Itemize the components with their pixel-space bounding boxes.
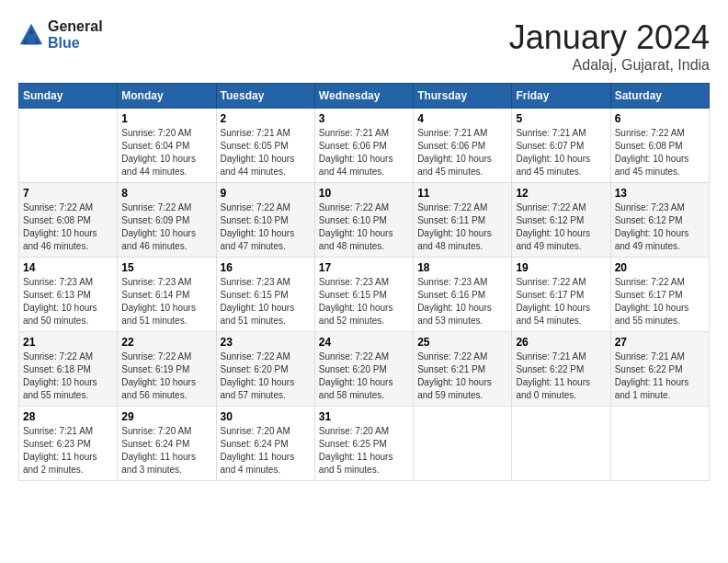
week-row-1: 1Sunrise: 7:20 AMSunset: 6:04 PMDaylight… [19, 109, 710, 183]
calendar-cell: 26Sunrise: 7:21 AMSunset: 6:22 PMDayligh… [512, 332, 610, 407]
title-block: January 2024 Adalaj, Gujarat, India [509, 18, 710, 74]
day-info: Sunrise: 7:20 AMSunset: 6:24 PMDaylight:… [221, 425, 311, 477]
day-info: Sunrise: 7:21 AMSunset: 6:05 PMDaylight:… [221, 127, 311, 178]
day-number: 25 [417, 336, 507, 349]
calendar-cell: 20Sunrise: 7:22 AMSunset: 6:17 PMDayligh… [610, 258, 709, 332]
day-info: Sunrise: 7:20 AMSunset: 6:24 PMDaylight:… [121, 425, 211, 477]
weekday-header-monday: Monday [118, 84, 216, 109]
day-number: 23 [221, 336, 311, 349]
day-number: 13 [615, 187, 705, 200]
calendar-cell: 1Sunrise: 7:20 AMSunset: 6:04 PMDaylight… [118, 109, 216, 183]
weekday-header-tuesday: Tuesday [216, 84, 314, 109]
calendar-cell: 12Sunrise: 7:22 AMSunset: 6:12 PMDayligh… [512, 183, 610, 258]
calendar-header: SundayMondayTuesdayWednesdayThursdayFrid… [19, 84, 710, 109]
day-info: Sunrise: 7:23 AMSunset: 6:16 PMDaylight:… [417, 276, 507, 327]
calendar-cell: 16Sunrise: 7:23 AMSunset: 6:15 PMDayligh… [216, 258, 314, 332]
calendar-cell: 13Sunrise: 7:23 AMSunset: 6:12 PMDayligh… [610, 183, 709, 258]
day-number: 27 [615, 336, 705, 349]
calendar-cell: 7Sunrise: 7:22 AMSunset: 6:08 PMDaylight… [19, 183, 118, 258]
day-number: 7 [23, 187, 113, 200]
calendar-cell [414, 407, 512, 481]
day-info: Sunrise: 7:21 AMSunset: 6:06 PMDaylight:… [417, 127, 507, 178]
day-info: Sunrise: 7:22 AMSunset: 6:17 PMDaylight:… [615, 276, 705, 327]
page-header: General Blue January 2024 Adalaj, Gujara… [18, 18, 710, 74]
day-info: Sunrise: 7:22 AMSunset: 6:21 PMDaylight:… [417, 350, 507, 402]
day-number: 6 [615, 112, 705, 125]
calendar-cell: 28Sunrise: 7:21 AMSunset: 6:23 PMDayligh… [19, 407, 118, 481]
day-info: Sunrise: 7:20 AMSunset: 6:04 PMDaylight:… [121, 127, 211, 178]
day-info: Sunrise: 7:22 AMSunset: 6:20 PMDaylight:… [319, 350, 409, 402]
calendar-cell: 21Sunrise: 7:22 AMSunset: 6:18 PMDayligh… [19, 332, 118, 407]
month-title: January 2024 [509, 18, 710, 57]
day-number: 26 [516, 336, 606, 349]
day-number: 8 [121, 187, 211, 200]
week-row-3: 14Sunrise: 7:23 AMSunset: 6:13 PMDayligh… [19, 258, 710, 332]
day-info: Sunrise: 7:22 AMSunset: 6:12 PMDaylight:… [516, 201, 606, 253]
week-row-2: 7Sunrise: 7:22 AMSunset: 6:08 PMDaylight… [19, 183, 710, 258]
day-number: 18 [417, 261, 507, 274]
weekday-header-wednesday: Wednesday [314, 84, 413, 109]
calendar-cell: 11Sunrise: 7:22 AMSunset: 6:11 PMDayligh… [414, 183, 512, 258]
day-info: Sunrise: 7:21 AMSunset: 6:22 PMDaylight:… [516, 350, 606, 402]
day-number: 19 [516, 261, 606, 274]
day-info: Sunrise: 7:21 AMSunset: 6:23 PMDaylight:… [23, 425, 113, 477]
calendar-cell [610, 407, 709, 481]
day-info: Sunrise: 7:23 AMSunset: 6:12 PMDaylight:… [615, 201, 705, 253]
calendar-cell: 19Sunrise: 7:22 AMSunset: 6:17 PMDayligh… [512, 258, 610, 332]
calendar-cell: 5Sunrise: 7:21 AMSunset: 6:07 PMDaylight… [512, 109, 610, 183]
day-number: 17 [319, 261, 409, 274]
calendar-cell: 4Sunrise: 7:21 AMSunset: 6:06 PMDaylight… [414, 109, 512, 183]
location: Adalaj, Gujarat, India [509, 57, 710, 74]
day-number: 16 [221, 261, 311, 274]
day-number: 4 [417, 112, 507, 125]
svg-rect-2 [27, 34, 35, 44]
calendar-cell: 25Sunrise: 7:22 AMSunset: 6:21 PMDayligh… [414, 332, 512, 407]
calendar-cell: 18Sunrise: 7:23 AMSunset: 6:16 PMDayligh… [414, 258, 512, 332]
day-info: Sunrise: 7:20 AMSunset: 6:25 PMDaylight:… [319, 425, 409, 477]
day-number: 22 [121, 336, 211, 349]
calendar-cell: 27Sunrise: 7:21 AMSunset: 6:22 PMDayligh… [610, 332, 709, 407]
calendar-cell: 10Sunrise: 7:22 AMSunset: 6:10 PMDayligh… [314, 183, 413, 258]
day-info: Sunrise: 7:23 AMSunset: 6:14 PMDaylight:… [121, 276, 211, 327]
logo-icon [18, 22, 44, 48]
day-info: Sunrise: 7:22 AMSunset: 6:20 PMDaylight:… [221, 350, 311, 402]
day-info: Sunrise: 7:22 AMSunset: 6:09 PMDaylight:… [121, 201, 211, 253]
calendar-cell: 23Sunrise: 7:22 AMSunset: 6:20 PMDayligh… [216, 332, 314, 407]
day-number: 9 [221, 187, 311, 200]
day-info: Sunrise: 7:21 AMSunset: 6:22 PMDaylight:… [615, 350, 705, 402]
weekday-header-thursday: Thursday [414, 84, 512, 109]
day-number: 5 [516, 112, 606, 125]
day-number: 3 [319, 112, 409, 125]
logo-text: General Blue [48, 18, 103, 52]
calendar-body: 1Sunrise: 7:20 AMSunset: 6:04 PMDaylight… [19, 109, 710, 481]
calendar-cell: 31Sunrise: 7:20 AMSunset: 6:25 PMDayligh… [314, 407, 413, 481]
day-number: 21 [23, 336, 113, 349]
day-number: 10 [319, 187, 409, 200]
calendar-cell [19, 109, 118, 183]
day-number: 1 [121, 112, 211, 125]
day-info: Sunrise: 7:23 AMSunset: 6:15 PMDaylight:… [319, 276, 409, 327]
calendar-cell: 2Sunrise: 7:21 AMSunset: 6:05 PMDaylight… [216, 109, 314, 183]
calendar-cell [512, 407, 610, 481]
week-row-4: 21Sunrise: 7:22 AMSunset: 6:18 PMDayligh… [19, 332, 710, 407]
day-number: 28 [23, 410, 113, 423]
calendar-cell: 15Sunrise: 7:23 AMSunset: 6:14 PMDayligh… [118, 258, 216, 332]
calendar-cell: 3Sunrise: 7:21 AMSunset: 6:06 PMDaylight… [314, 109, 413, 183]
calendar-cell: 24Sunrise: 7:22 AMSunset: 6:20 PMDayligh… [314, 332, 413, 407]
day-info: Sunrise: 7:22 AMSunset: 6:11 PMDaylight:… [417, 201, 507, 253]
day-info: Sunrise: 7:23 AMSunset: 6:13 PMDaylight:… [23, 276, 113, 327]
day-number: 30 [221, 410, 311, 423]
calendar-table: SundayMondayTuesdayWednesdayThursdayFrid… [18, 83, 710, 481]
day-info: Sunrise: 7:21 AMSunset: 6:07 PMDaylight:… [516, 127, 606, 178]
day-info: Sunrise: 7:22 AMSunset: 6:08 PMDaylight:… [23, 201, 113, 253]
week-row-5: 28Sunrise: 7:21 AMSunset: 6:23 PMDayligh… [19, 407, 710, 481]
day-number: 14 [23, 261, 113, 274]
day-info: Sunrise: 7:22 AMSunset: 6:08 PMDaylight:… [615, 127, 705, 178]
day-info: Sunrise: 7:22 AMSunset: 6:18 PMDaylight:… [23, 350, 113, 402]
day-number: 2 [221, 112, 311, 125]
day-number: 24 [319, 336, 409, 349]
weekday-header-saturday: Saturday [610, 84, 709, 109]
calendar-cell: 29Sunrise: 7:20 AMSunset: 6:24 PMDayligh… [118, 407, 216, 481]
day-number: 11 [417, 187, 507, 200]
calendar-cell: 6Sunrise: 7:22 AMSunset: 6:08 PMDaylight… [610, 109, 709, 183]
